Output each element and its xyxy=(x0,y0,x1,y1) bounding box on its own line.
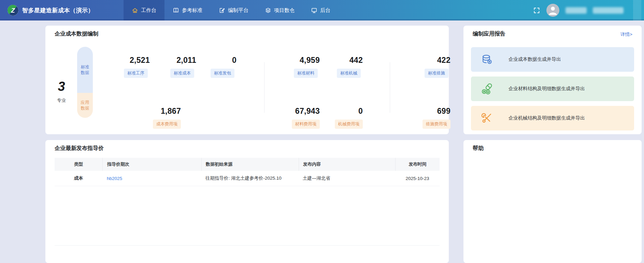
monitor-icon xyxy=(311,7,317,14)
stat-label-chip: 标准成本 xyxy=(170,69,194,78)
col-header-source: 数据初始来源 xyxy=(201,158,299,171)
svg-text:Z: Z xyxy=(11,7,15,14)
stat-value: 0 xyxy=(204,56,241,65)
stat-value: 0 xyxy=(330,107,368,115)
stat-material-items: 67,943 材料费用项 xyxy=(287,107,325,129)
top-nav-bar: Z 智多星建造新成本（演示） 工作台 参考标准 xyxy=(0,0,644,20)
stat-label-chip: 机械费用项 xyxy=(335,120,363,129)
stat-value: 699 xyxy=(418,107,455,115)
stat-label-chip: 措施费用项 xyxy=(423,120,451,129)
stat-machine-items: 0 机械费用项 xyxy=(330,107,368,129)
guide-price-card: 企业最新发布指导价 类型 指导价期次 数据初始来源 发布内容 发布时间 成本 h… xyxy=(45,140,449,263)
stat-label-chip: 标准工序 xyxy=(124,69,148,78)
report-card: 编制应用报告 详情> 企业成本数据生成并导出 xyxy=(463,26,642,134)
stat-label-chip: 成本费用项 xyxy=(153,120,181,129)
stat-value: 1,867 xyxy=(148,107,186,115)
help-card: 帮助 xyxy=(463,140,642,263)
stat-label-chip: 标准机械 xyxy=(337,69,361,78)
stat-cost-items: 1,867 成本费用项 xyxy=(148,107,186,129)
stat-standard-measure: 422 标准措施 xyxy=(418,56,455,78)
stat-value: 442 xyxy=(330,56,368,65)
stat-value: 2,521 xyxy=(117,56,155,65)
nav-item-label: 编制平台 xyxy=(228,7,248,14)
stat-label-chip: 材料费用项 xyxy=(292,120,320,129)
stat-label-chip: 标准发包 xyxy=(211,69,234,78)
stat-value: 67,943 xyxy=(287,107,325,115)
col-header-content: 发布内容 xyxy=(299,158,395,171)
stat-standard-contract: 0 标准发包 xyxy=(204,56,241,78)
nav-item-label: 后台 xyxy=(320,7,330,14)
database-export-icon xyxy=(481,53,493,66)
guide-price-card-title: 企业最新发布指导价 xyxy=(55,145,104,152)
col-header-type: 类型 xyxy=(55,158,102,171)
nav-item-project-warehouse[interactable]: 项目数仓 xyxy=(257,0,303,20)
stat-standard-machine: 442 标准机械 xyxy=(330,56,368,78)
cell-content: 土建—湖北省 xyxy=(299,175,395,181)
nav-item-label: 参考标准 xyxy=(182,7,202,14)
user-name-redacted[interactable] xyxy=(566,7,587,14)
stat-standard-process: 2,521 标准工序 xyxy=(117,56,155,78)
nav-item-label: 项目数仓 xyxy=(274,7,295,14)
main-nav: 工作台 参考标准 编制平台 xyxy=(124,0,339,20)
cell-source: 往期指导价: 湖北土建参考价-2025.10 xyxy=(201,175,299,181)
brand: Z 智多星建造新成本（演示） xyxy=(8,5,94,16)
stat-label-chip: 标准措施 xyxy=(425,69,448,78)
profession-count-block: 3 专业 xyxy=(48,80,75,103)
topbar-right xyxy=(533,0,624,20)
table-empty-area xyxy=(55,186,440,246)
report-card-title: 编制应用报告 xyxy=(473,30,505,38)
guide-price-table: 类型 指导价期次 数据初始来源 发布内容 发布时间 成本 hb2025 往期指导… xyxy=(55,158,440,246)
stat-group-divider xyxy=(264,62,264,113)
profession-label: 专业 xyxy=(48,97,75,103)
report-item-label: 企业机械结构及明细数据生成并导出 xyxy=(509,115,585,121)
tab-standard-label: 标准数据 xyxy=(81,64,89,76)
book-icon xyxy=(173,7,179,14)
report-item-machinery-export[interactable]: 企业机械结构及明细数据生成并导出 xyxy=(471,106,634,130)
table-header-row: 类型 指导价期次 数据初始来源 发布内容 发布时间 xyxy=(55,158,440,171)
tab-applied-label: 应用数据 xyxy=(81,100,89,111)
stat-standard-material: 4,959 标准材料 xyxy=(287,56,325,78)
nav-item-label: 工作台 xyxy=(141,7,156,14)
stat-value: 4,959 xyxy=(287,56,325,65)
help-card-title: 帮助 xyxy=(473,145,484,152)
fullscreen-icon[interactable] xyxy=(533,7,540,14)
nav-item-workbench[interactable]: 工作台 xyxy=(124,0,164,20)
profession-count: 3 xyxy=(48,80,75,93)
nav-item-backend[interactable]: 后台 xyxy=(303,0,339,20)
data-type-tabs: 标准数据 应用数据 xyxy=(77,47,93,118)
report-item-material-export[interactable]: 企业材料结构及明细数据生成并导出 xyxy=(471,77,634,101)
col-header-publish-time: 发布时间 xyxy=(395,158,440,171)
tab-standard-data[interactable]: 标准数据 xyxy=(77,47,93,93)
layers-icon xyxy=(265,7,271,14)
cost-card-title: 企业成本数据编制 xyxy=(55,30,98,38)
report-detail-link[interactable]: 详情> xyxy=(620,31,632,38)
scrollbar-track[interactable] xyxy=(633,0,641,20)
stat-group-divider xyxy=(390,62,390,113)
stat-label-chip: 标准材料 xyxy=(294,69,318,78)
cell-publish-time: 2025-10-23 xyxy=(395,176,440,181)
stat-value: 2,011 xyxy=(163,56,201,65)
cost-data-card: 企业成本数据编制 3 专业 标准数据 应用数据 2,521 标准工序 2,011… xyxy=(45,26,449,134)
report-item-cost-export[interactable]: 企业成本数据生成并导出 xyxy=(471,47,634,72)
tab-applied-data[interactable]: 应用数据 xyxy=(77,93,93,118)
cell-type: 成本 xyxy=(55,175,102,181)
report-item-label: 企业材料结构及明细数据生成并导出 xyxy=(509,86,585,92)
app-logo-icon: Z xyxy=(8,5,18,16)
nav-item-reference-standard[interactable]: 参考标准 xyxy=(164,0,211,20)
stat-value: 422 xyxy=(418,56,455,65)
edit-doc-icon xyxy=(219,7,225,14)
stat-standard-cost: 2,011 标准成本 xyxy=(163,56,201,78)
col-header-period: 指导价期次 xyxy=(102,158,201,171)
stat-measure-items: 699 措施费用项 xyxy=(418,107,455,129)
machinery-tools-icon xyxy=(481,112,493,124)
report-item-label: 企业成本数据生成并导出 xyxy=(509,56,561,63)
home-icon xyxy=(132,7,138,14)
user-avatar[interactable] xyxy=(546,4,559,17)
material-structure-icon xyxy=(481,83,493,95)
nav-item-compile-platform[interactable]: 编制平台 xyxy=(211,0,257,20)
period-link[interactable]: hb2025 xyxy=(107,176,122,181)
app-title: 智多星建造新成本（演示） xyxy=(22,6,94,14)
user-org-redacted[interactable] xyxy=(593,7,624,14)
table-row: 成本 hb2025 往期指导价: 湖北土建参考价-2025.10 土建—湖北省 … xyxy=(55,171,440,186)
app-root: Z 智多星建造新成本（演示） 工作台 参考标准 xyxy=(0,0,644,263)
